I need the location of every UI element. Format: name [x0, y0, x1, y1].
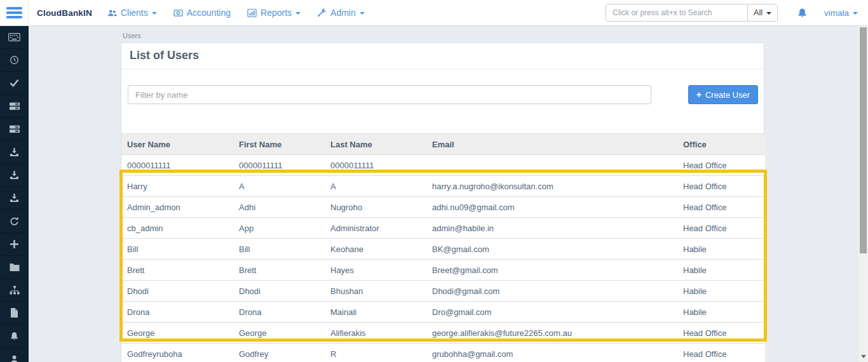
table-row[interactable]: cb_adminAppAdministratoradmin@habile.inH… [121, 218, 765, 239]
sidebar-item[interactable] [0, 95, 29, 118]
table-cell: Admin_admon [121, 197, 233, 218]
table-cell: Head Office [677, 344, 765, 362]
table-cell [426, 155, 677, 176]
bell-icon [10, 332, 19, 341]
plus-icon [10, 240, 18, 248]
sidebar-item[interactable] [0, 141, 29, 164]
user-menu[interactable]: vimala [824, 8, 858, 18]
table-cell: Head Office [677, 323, 765, 344]
table-cell: Brett [121, 260, 233, 281]
table-cell: Keohane [325, 239, 426, 260]
table-cell: Dhodi [233, 281, 325, 302]
main-content: Users List of Users + Create User User N… [29, 26, 858, 362]
table-cell: George [233, 323, 325, 344]
table-cell: Nugroho [325, 197, 426, 218]
notifications-bell-icon[interactable] [797, 8, 808, 18]
create-user-button[interactable]: + Create User [688, 85, 758, 104]
col-header-user-name: User Name [121, 134, 233, 155]
user-icon [10, 354, 19, 362]
table-row[interactable]: GeorgeGeorgeAlifierakisgeorge.alifieraki… [121, 323, 765, 344]
sidebar-item[interactable] [0, 210, 29, 233]
chevron-down-icon [766, 12, 771, 15]
nav-item-clients[interactable]: Clients [107, 8, 157, 18]
chevron-down-icon [853, 12, 858, 15]
filter-by-name-input[interactable] [128, 85, 651, 104]
nav-item-label: Accounting [187, 8, 231, 18]
sidebar-item[interactable] [0, 325, 29, 347]
sidebar-item[interactable] [0, 187, 29, 210]
users-card: List of Users + Create User User Name Fi… [121, 43, 764, 362]
download-icon [10, 194, 19, 203]
scrollbar-thumb[interactable] [860, 27, 867, 253]
vertical-scrollbar[interactable] [858, 26, 868, 362]
table-cell: Head Office [677, 197, 765, 218]
sidebar-item[interactable] [0, 256, 29, 279]
table-cell: Dro@gmail.com [426, 302, 677, 323]
hamburger-menu-icon[interactable] [0, 0, 29, 25]
accounting-icon [173, 8, 183, 18]
sidebar [0, 26, 29, 362]
table-cell: adhi.nu09@gmail.com [426, 197, 677, 218]
page-title: List of Users [130, 49, 199, 62]
sidebar-item[interactable] [0, 302, 29, 325]
plus-icon: + [696, 90, 702, 99]
toolbar: + Create User [121, 69, 764, 104]
table-row[interactable]: HarryAAharry.a.nugroho@ikonsultan.comHea… [121, 176, 765, 197]
users-table-wrap: User Name First Name Last Name Email Off… [121, 133, 764, 362]
nav-item-admin[interactable]: Admin [317, 8, 365, 18]
table-cell: Bhushan [325, 281, 426, 302]
col-header-last-name: Last Name [325, 134, 426, 155]
clock-icon [10, 55, 19, 65]
user-menu-label: vimala [824, 8, 849, 18]
table-row[interactable]: 000001111100000111110000011111Head Offic… [121, 155, 765, 176]
col-header-email: Email [426, 134, 677, 155]
brand-logo: CloudBankIN [29, 8, 107, 18]
table-row[interactable]: GodfreyrubohaGodfreyRgrubohha@gmail.comH… [121, 344, 765, 362]
search-input[interactable] [606, 4, 747, 21]
table-cell: Godfrey [233, 344, 325, 362]
table-cell: 0000011111 [121, 155, 233, 176]
table-cell: Breet@gmail.com [426, 260, 677, 281]
nav-item-accounting[interactable]: Accounting [173, 8, 231, 18]
nav-item-label: Reports [261, 8, 292, 18]
chevron-down-icon [295, 12, 301, 15]
table-header-row: User Name First Name Last Name Email Off… [121, 134, 765, 155]
search-scope-dropdown[interactable]: All [747, 4, 777, 21]
sidebar-item[interactable] [0, 233, 29, 256]
keyboard-icon [8, 33, 20, 41]
table-cell: Brett [233, 260, 325, 281]
table-row[interactable]: DhodiDhodiBhushanDhodi@gmail.comHabile [121, 281, 765, 302]
sidebar-item[interactable] [0, 49, 29, 72]
table-cell: R [325, 344, 426, 362]
download-icon [10, 171, 19, 180]
sidebar-item[interactable] [0, 279, 29, 302]
sidebar-item[interactable] [0, 118, 29, 141]
table-row[interactable]: DronaDronaMainaliDro@gmail.comHabile [121, 302, 765, 323]
bar-chart-icon [247, 8, 257, 18]
col-header-office: Office [677, 134, 765, 155]
table-cell: Habile [677, 281, 765, 302]
wrench-icon [317, 8, 327, 18]
users-table: User Name First Name Last Name Email Off… [121, 133, 765, 362]
sidebar-item[interactable] [0, 348, 29, 362]
topbar-right: All vimala [606, 4, 868, 22]
table-row[interactable]: Admin_admonAdhiNugrohoadhi.nu09@gmail.co… [121, 197, 765, 218]
table-cell: Drona [121, 302, 233, 323]
breadcrumb[interactable]: Users [123, 26, 250, 43]
table-cell: Bill [233, 239, 325, 260]
sidebar-item[interactable] [0, 26, 29, 49]
table-cell: Alifierakis [325, 323, 426, 344]
table-cell: Habile [677, 302, 765, 323]
nav-item-reports[interactable]: Reports [247, 8, 301, 18]
sidebar-item[interactable] [0, 72, 29, 95]
table-cell: George [121, 323, 233, 344]
sidebar-item[interactable] [0, 164, 29, 187]
table-row[interactable]: BillBillKeohaneBK@gmail.comHabile [121, 239, 765, 260]
table-row[interactable]: BrettBrettHayesBreet@gmail.comHabile [121, 260, 765, 281]
tasks-icon [10, 102, 20, 111]
scrollbar-down-arrow-icon[interactable] [861, 355, 866, 358]
users-table-body: 000001111100000111110000011111Head Offic… [121, 155, 765, 362]
table-cell: A [325, 176, 426, 197]
table-cell: harry.a.nugroho@ikonsultan.com [426, 176, 677, 197]
table-cell: admin@habile.in [426, 218, 677, 239]
